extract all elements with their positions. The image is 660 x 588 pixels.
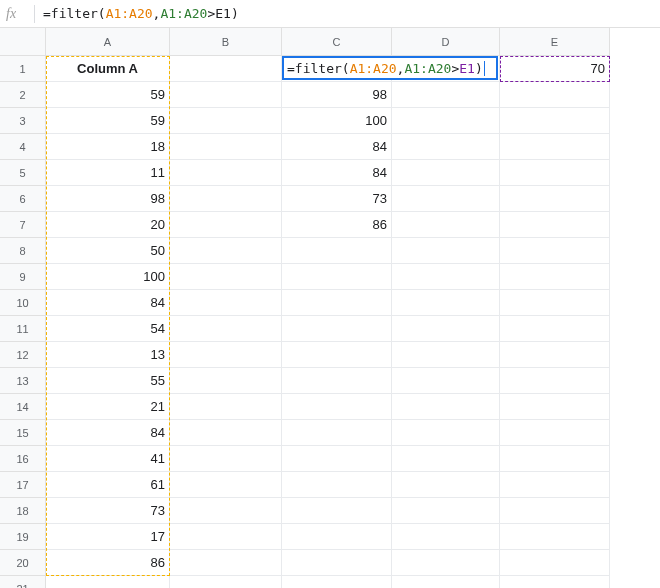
cell[interactable] — [282, 498, 392, 524]
cell[interactable]: 73 — [46, 498, 170, 524]
cell[interactable] — [392, 186, 500, 212]
cell[interactable] — [170, 576, 282, 588]
cell[interactable] — [392, 446, 500, 472]
cell[interactable] — [500, 446, 610, 472]
cell[interactable]: 50 — [46, 238, 170, 264]
cell[interactable] — [392, 550, 500, 576]
cell[interactable] — [170, 82, 282, 108]
cell[interactable] — [500, 420, 610, 446]
cell[interactable]: 100 — [46, 264, 170, 290]
formula-bar[interactable]: fx =filter(A1:A20,A1:A20>E1) — [0, 0, 660, 28]
cell[interactable] — [282, 576, 392, 588]
cell[interactable] — [500, 264, 610, 290]
row-header[interactable]: 3 — [0, 108, 46, 134]
cell[interactable]: 84 — [46, 290, 170, 316]
cell[interactable] — [392, 498, 500, 524]
row-header[interactable]: 13 — [0, 368, 46, 394]
cell[interactable] — [170, 238, 282, 264]
cell[interactable] — [500, 160, 610, 186]
col-header-D[interactable]: D — [392, 28, 500, 56]
row-header[interactable]: 8 — [0, 238, 46, 264]
cell[interactable] — [282, 342, 392, 368]
cell[interactable] — [170, 446, 282, 472]
cell[interactable] — [500, 134, 610, 160]
cell[interactable]: 100 — [282, 108, 392, 134]
cell[interactable] — [392, 82, 500, 108]
cell-editor[interactable]: =filter(A1:A20,A1:A20>E1) — [282, 56, 498, 80]
cell[interactable] — [170, 368, 282, 394]
cell[interactable] — [500, 186, 610, 212]
cell[interactable] — [282, 238, 392, 264]
col-header-B[interactable]: B — [170, 28, 282, 56]
cell[interactable] — [170, 472, 282, 498]
cell[interactable] — [170, 316, 282, 342]
cell[interactable]: 86 — [46, 550, 170, 576]
cell[interactable] — [500, 290, 610, 316]
row-header[interactable]: 6 — [0, 186, 46, 212]
cell[interactable] — [392, 368, 500, 394]
row-header[interactable]: 4 — [0, 134, 46, 160]
cell[interactable] — [282, 394, 392, 420]
cell[interactable] — [500, 368, 610, 394]
cell[interactable] — [282, 290, 392, 316]
spreadsheet-grid[interactable]: A B C D E 1 Column A 70 25998 359100 418… — [0, 28, 660, 588]
cell[interactable] — [392, 576, 500, 588]
cell[interactable]: 11 — [46, 160, 170, 186]
row-header[interactable]: 16 — [0, 446, 46, 472]
cell[interactable] — [282, 420, 392, 446]
cell[interactable] — [392, 316, 500, 342]
cell[interactable] — [282, 316, 392, 342]
col-header-C[interactable]: C — [282, 28, 392, 56]
row-header[interactable]: 18 — [0, 498, 46, 524]
cell[interactable] — [170, 108, 282, 134]
row-header[interactable]: 21 — [0, 576, 46, 588]
cell[interactable] — [392, 342, 500, 368]
cell[interactable] — [392, 134, 500, 160]
row-header[interactable]: 10 — [0, 290, 46, 316]
cell-B1[interactable] — [170, 56, 282, 82]
cell[interactable] — [500, 394, 610, 420]
cell[interactable]: 59 — [46, 108, 170, 134]
cell[interactable]: 20 — [46, 212, 170, 238]
cell[interactable] — [170, 212, 282, 238]
cell[interactable] — [392, 472, 500, 498]
cell[interactable] — [170, 524, 282, 550]
cell-E1[interactable]: 70 — [500, 56, 610, 82]
cell[interactable]: 86 — [282, 212, 392, 238]
cell-A1[interactable]: Column A — [46, 56, 170, 82]
cell[interactable] — [500, 108, 610, 134]
cell[interactable] — [500, 498, 610, 524]
cell[interactable] — [500, 472, 610, 498]
cell[interactable] — [170, 550, 282, 576]
cell[interactable]: 98 — [282, 82, 392, 108]
cell[interactable] — [170, 342, 282, 368]
cell[interactable] — [170, 134, 282, 160]
cell[interactable]: 17 — [46, 524, 170, 550]
row-header[interactable]: 5 — [0, 160, 46, 186]
cell[interactable]: 59 — [46, 82, 170, 108]
cell[interactable] — [46, 576, 170, 588]
cell[interactable] — [500, 238, 610, 264]
cell[interactable] — [282, 264, 392, 290]
cell[interactable]: 55 — [46, 368, 170, 394]
cell[interactable] — [500, 82, 610, 108]
cell[interactable] — [392, 524, 500, 550]
row-header[interactable]: 17 — [0, 472, 46, 498]
cell[interactable]: 84 — [282, 134, 392, 160]
cell[interactable] — [500, 550, 610, 576]
cell[interactable] — [170, 264, 282, 290]
cell[interactable] — [170, 498, 282, 524]
cell[interactable] — [170, 186, 282, 212]
cell[interactable] — [170, 290, 282, 316]
cell[interactable] — [392, 212, 500, 238]
cell[interactable]: 21 — [46, 394, 170, 420]
row-header[interactable]: 12 — [0, 342, 46, 368]
cell[interactable] — [282, 368, 392, 394]
cell[interactable] — [170, 394, 282, 420]
cell[interactable] — [500, 524, 610, 550]
cell[interactable]: 13 — [46, 342, 170, 368]
cell[interactable]: 54 — [46, 316, 170, 342]
cell[interactable]: 84 — [46, 420, 170, 446]
cell[interactable] — [170, 420, 282, 446]
cell[interactable] — [282, 524, 392, 550]
